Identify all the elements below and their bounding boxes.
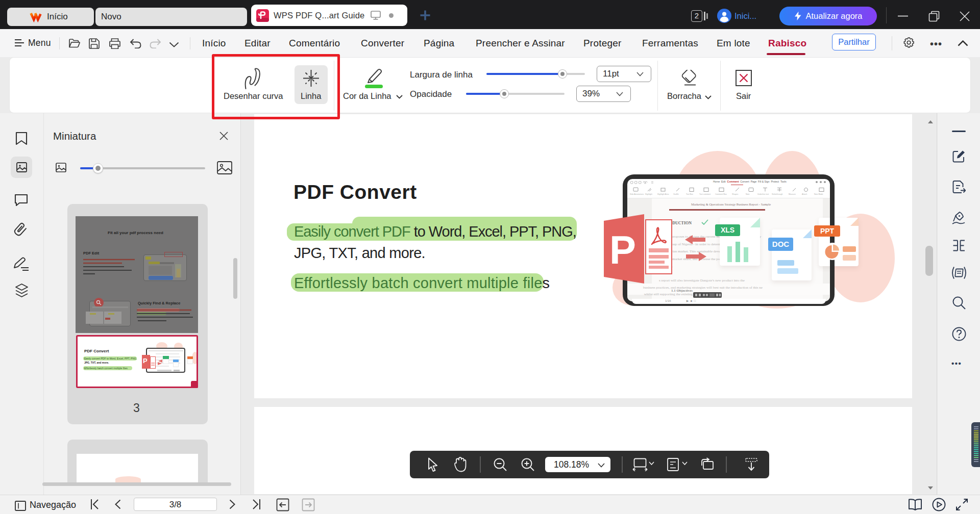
svg-text:Hide Annotations: Hide Annotations — [630, 193, 644, 195]
svg-text:Strikethrough: Strikethrough — [772, 193, 782, 195]
svg-text:Highlight Area: Highlight Area — [657, 193, 669, 195]
svg-text:Highlight: Highlight — [645, 193, 652, 195]
svg-text:Underline text: Underline text — [757, 193, 769, 195]
svg-text:P: P — [609, 227, 636, 272]
svg-text:Graffiti: Graffiti — [673, 193, 679, 195]
svg-text:Text Box: Text Box — [686, 193, 693, 195]
svg-text:Note: Note — [746, 193, 750, 195]
svg-text:Shapes: Shapes — [732, 193, 738, 195]
svg-text:Text comment: Text comment — [699, 193, 710, 195]
svg-text:Comment Box: Comment Box — [715, 193, 727, 195]
svg-text:Measure: Measure — [789, 193, 796, 195]
svg-text:Attach: Attach — [802, 193, 807, 195]
svg-text:Note Mode: Note Mode — [814, 193, 823, 195]
